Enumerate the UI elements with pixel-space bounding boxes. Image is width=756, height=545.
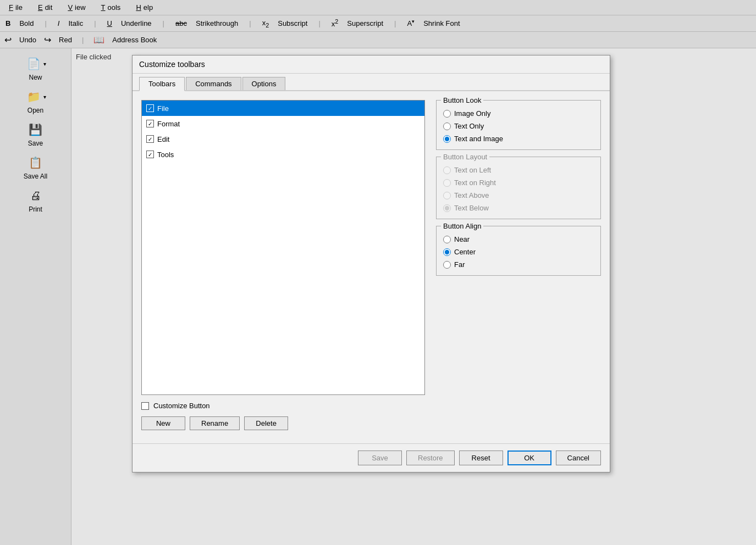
list-item-file[interactable]: File — [142, 101, 424, 116]
radio-near[interactable]: Near — [443, 235, 594, 243]
button-look-group: Button Look Image Only Text Only Text an… — [436, 100, 601, 150]
list-item-tools[interactable]: Tools — [142, 147, 424, 162]
customize-button-label: Customize Button — [153, 402, 210, 410]
radio-text-on-right[interactable]: Text on Right — [443, 179, 594, 187]
text-above-label: Text Above — [454, 191, 489, 199]
delete-toolbar-button[interactable]: Delete — [244, 416, 288, 430]
button-align-group: Button Align Near Center Far — [436, 226, 601, 276]
center-label: Center — [454, 248, 476, 256]
customize-toolbars-dialog: Customize toolbars Toolbars Commands Opt… — [132, 55, 610, 472]
toolbar-listbox[interactable]: File Format Edit Tools — [141, 100, 425, 395]
file-item-label: File — [157, 104, 169, 113]
format-item-label: Format — [157, 120, 180, 128]
format-checkbox-icon — [146, 120, 154, 127]
customize-button-checkbox[interactable] — [141, 402, 149, 410]
right-panel: Button Look Image Only Text Only Text an… — [436, 100, 601, 439]
rename-toolbar-button[interactable]: Rename — [190, 416, 240, 430]
toolbar-list-panel: File Format Edit Tools — [141, 100, 425, 439]
dialog-body: File Format Edit Tools — [133, 91, 610, 439]
list-item-format[interactable]: Format — [142, 116, 424, 131]
tab-options[interactable]: Options — [242, 77, 286, 90]
button-align-title: Button Align — [441, 222, 483, 230]
radio-center[interactable]: Center — [443, 248, 594, 256]
cancel-button[interactable]: Cancel — [556, 451, 601, 465]
radio-far[interactable]: Far — [443, 260, 594, 269]
file-checkbox-icon — [146, 104, 154, 112]
modal-overlay: Customize toolbars Toolbars Commands Opt… — [0, 0, 756, 545]
restore-button[interactable]: Restore — [406, 451, 455, 465]
image-only-label: Image Only — [454, 109, 490, 118]
customize-button-row: Customize Button — [141, 402, 425, 410]
tools-item-label: Tools — [157, 151, 174, 159]
ok-button[interactable]: OK — [507, 451, 551, 465]
text-on-left-label: Text on Left — [454, 166, 491, 174]
toolbar-action-buttons: New Rename Delete — [141, 416, 425, 430]
radio-text-only[interactable]: Text Only — [443, 122, 594, 130]
tab-toolbars[interactable]: Toolbars — [139, 77, 185, 91]
radio-image-only[interactable]: Image Only — [443, 109, 594, 118]
far-label: Far — [454, 260, 465, 269]
reset-button[interactable]: Reset — [459, 451, 503, 465]
list-item-edit[interactable]: Edit — [142, 131, 424, 147]
button-layout-title: Button Layout — [441, 153, 489, 161]
dialog-footer: Save Restore Reset OK Cancel — [133, 443, 610, 472]
dialog-titlebar: Customize toolbars — [133, 55, 610, 74]
text-below-label: Text Below — [454, 204, 489, 212]
text-only-label: Text Only — [454, 122, 484, 130]
button-layout-group: Button Layout Text on Left Text on Right… — [436, 157, 601, 219]
new-toolbar-button[interactable]: New — [141, 416, 185, 430]
radio-text-above[interactable]: Text Above — [443, 191, 594, 199]
text-and-image-label: Text and Image — [454, 135, 503, 143]
button-look-title: Button Look — [441, 96, 483, 104]
text-on-right-label: Text on Right — [454, 179, 496, 187]
radio-text-and-image[interactable]: Text and Image — [443, 135, 594, 143]
tools-checkbox-icon — [146, 151, 154, 158]
radio-text-on-left[interactable]: Text on Left — [443, 166, 594, 174]
tab-commands[interactable]: Commands — [186, 77, 241, 90]
edit-item-label: Edit — [157, 135, 169, 143]
near-label: Near — [454, 235, 470, 243]
edit-checkbox-icon — [146, 135, 154, 143]
dialog-title: Customize toolbars — [139, 60, 205, 69]
save-button[interactable]: Save — [358, 451, 402, 465]
radio-text-below[interactable]: Text Below — [443, 204, 594, 212]
dialog-tabs: Toolbars Commands Options — [133, 74, 610, 91]
